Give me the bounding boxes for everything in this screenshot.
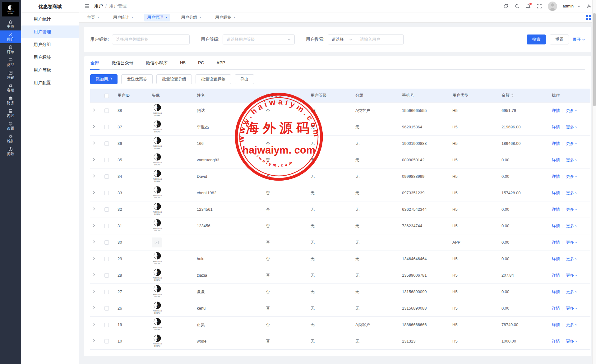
page-tab-0[interactable]: 主页× bbox=[84, 14, 102, 21]
platform-tab-4[interactable]: PC bbox=[198, 56, 204, 69]
page-tab-3[interactable]: 用户分组× bbox=[178, 14, 204, 21]
detail-link[interactable]: 详情 bbox=[552, 322, 560, 327]
detail-link[interactable]: 详情 bbox=[552, 273, 560, 278]
row-checkbox[interactable] bbox=[104, 240, 109, 245]
row-expand-icon[interactable] bbox=[92, 207, 96, 211]
row-expand-icon[interactable] bbox=[92, 158, 96, 161]
row-checkbox[interactable] bbox=[104, 273, 109, 278]
scrollbar-thumb[interactable] bbox=[593, 13, 596, 106]
more-dropdown[interactable]: 更多 bbox=[566, 223, 578, 228]
search-user-input[interactable]: 请输入用户 bbox=[356, 35, 404, 44]
gear-icon[interactable] bbox=[586, 3, 592, 9]
detail-link[interactable]: 详情 bbox=[552, 141, 560, 146]
toolbar-button-0[interactable]: 添加用户 bbox=[90, 74, 118, 84]
detail-link[interactable]: 详情 bbox=[552, 158, 560, 162]
fullscreen-icon[interactable] bbox=[537, 3, 542, 9]
platform-tab-3[interactable]: H5 bbox=[180, 56, 186, 69]
submenu-item-2[interactable]: 用户分组 bbox=[21, 38, 79, 51]
row-checkbox[interactable] bbox=[104, 339, 109, 343]
more-dropdown[interactable]: 更多 bbox=[566, 158, 578, 162]
row-expand-icon[interactable] bbox=[92, 256, 96, 260]
rail-item-goods[interactable]: 商品 bbox=[0, 56, 21, 69]
bell-icon[interactable] bbox=[525, 3, 531, 9]
more-dropdown[interactable]: 更多 bbox=[566, 191, 578, 195]
row-checkbox[interactable] bbox=[104, 191, 109, 195]
toolbar-button-4[interactable]: 导出 bbox=[235, 74, 254, 84]
row-checkbox[interactable] bbox=[104, 108, 109, 113]
rail-item-content[interactable]: 内容 bbox=[0, 107, 21, 120]
detail-link[interactable]: 详情 bbox=[552, 240, 560, 245]
row-checkbox[interactable] bbox=[104, 174, 109, 179]
toolbar-button-1[interactable]: 发送优惠券 bbox=[121, 74, 153, 84]
more-dropdown[interactable]: 更多 bbox=[566, 108, 578, 113]
user-avatar[interactable] bbox=[548, 2, 557, 11]
platform-tab-1[interactable]: 微信公众号 bbox=[111, 56, 134, 69]
more-dropdown[interactable]: 更多 bbox=[566, 141, 578, 146]
row-expand-icon[interactable] bbox=[92, 223, 96, 227]
sort-icons[interactable] bbox=[511, 94, 514, 97]
close-icon[interactable]: × bbox=[97, 16, 99, 19]
search-type-select[interactable]: 请选择 bbox=[328, 35, 356, 44]
rail-item-settings[interactable]: 设置 bbox=[0, 120, 21, 132]
username-dropdown[interactable]: admin bbox=[563, 4, 580, 8]
submenu-item-0[interactable]: 用户统计 bbox=[21, 13, 79, 25]
more-dropdown[interactable]: 更多 bbox=[566, 125, 578, 129]
row-expand-icon[interactable] bbox=[92, 108, 96, 112]
platform-tab-0[interactable]: 全部 bbox=[90, 56, 99, 69]
more-dropdown[interactable]: 更多 bbox=[566, 339, 578, 343]
toolbar-button-2[interactable]: 批量设置分组 bbox=[156, 74, 192, 84]
row-checkbox[interactable] bbox=[104, 257, 109, 261]
more-dropdown[interactable]: 更多 bbox=[566, 289, 578, 294]
select-all-checkbox[interactable] bbox=[104, 94, 109, 98]
rail-item-maintenance[interactable]: 维护 bbox=[0, 132, 21, 145]
row-checkbox[interactable] bbox=[104, 207, 109, 212]
row-expand-icon[interactable] bbox=[92, 339, 96, 343]
row-expand-icon[interactable] bbox=[92, 141, 96, 145]
rail-item-marketing[interactable]: 营销 bbox=[0, 69, 21, 81]
reset-button[interactable]: 重置 bbox=[550, 35, 569, 44]
rail-item-service[interactable]: 客服 bbox=[0, 81, 21, 94]
search-icon[interactable] bbox=[514, 3, 520, 9]
detail-link[interactable]: 详情 bbox=[552, 223, 560, 228]
rail-item-order[interactable]: 订单 bbox=[0, 43, 21, 56]
row-checkbox[interactable] bbox=[104, 224, 109, 228]
close-icon[interactable]: × bbox=[199, 16, 201, 19]
detail-link[interactable]: 详情 bbox=[552, 207, 560, 212]
detail-link[interactable]: 详情 bbox=[552, 174, 560, 179]
row-expand-icon[interactable] bbox=[92, 174, 96, 178]
row-checkbox[interactable] bbox=[104, 141, 109, 146]
detail-link[interactable]: 详情 bbox=[552, 256, 560, 261]
rail-item-finance[interactable]: 财务 bbox=[0, 94, 21, 107]
page-tab-4[interactable]: 用户标签× bbox=[212, 14, 238, 21]
close-icon[interactable]: × bbox=[131, 16, 133, 19]
submenu-item-5[interactable]: 用户配置 bbox=[21, 76, 79, 89]
row-expand-icon[interactable] bbox=[92, 125, 96, 128]
row-expand-icon[interactable] bbox=[92, 240, 96, 244]
more-dropdown[interactable]: 更多 bbox=[566, 174, 578, 179]
refresh-icon[interactable] bbox=[503, 3, 509, 9]
expand-link[interactable]: 展开 bbox=[573, 37, 585, 42]
rail-item-survey[interactable]: 问卷 bbox=[0, 145, 21, 158]
tab-layout-grid-icon[interactable] bbox=[586, 15, 591, 20]
row-expand-icon[interactable] bbox=[92, 273, 96, 277]
detail-link[interactable]: 详情 bbox=[552, 306, 560, 311]
more-dropdown[interactable]: 更多 bbox=[566, 240, 578, 245]
row-checkbox[interactable] bbox=[104, 323, 109, 327]
more-dropdown[interactable]: 更多 bbox=[566, 322, 578, 327]
row-expand-icon[interactable] bbox=[92, 306, 96, 310]
more-dropdown[interactable]: 更多 bbox=[566, 273, 578, 278]
close-icon[interactable]: × bbox=[233, 16, 235, 19]
submenu-item-3[interactable]: 用户标签 bbox=[21, 51, 79, 64]
more-dropdown[interactable]: 更多 bbox=[566, 256, 578, 261]
row-expand-icon[interactable] bbox=[92, 322, 96, 326]
row-checkbox[interactable] bbox=[104, 125, 109, 129]
rail-item-user[interactable]: 用户 bbox=[0, 30, 21, 43]
rail-item-home[interactable]: 主页 bbox=[0, 18, 21, 30]
row-checkbox[interactable] bbox=[104, 158, 109, 162]
toolbar-button-3[interactable]: 批量设置标签 bbox=[196, 74, 231, 84]
sidebar-collapse-icon[interactable] bbox=[84, 3, 90, 9]
page-scrollbar[interactable] bbox=[592, 0, 596, 364]
level-filter-select[interactable]: 请选择用户等级 bbox=[223, 35, 295, 44]
page-tab-2[interactable]: 用户管理× bbox=[144, 14, 170, 21]
detail-link[interactable]: 详情 bbox=[552, 289, 560, 294]
